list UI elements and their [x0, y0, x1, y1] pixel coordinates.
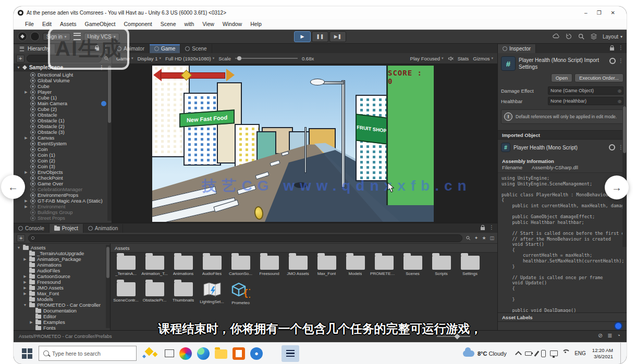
hierarchy-create-button[interactable]: +	[16, 55, 25, 62]
project-tree-item[interactable]: ▶JMO Assets	[14, 285, 110, 291]
hierarchy-item[interactable]: Coin (1)	[14, 152, 112, 158]
tray-expand-icon[interactable]	[515, 351, 522, 358]
inspector-scrollbar[interactable]	[622, 106, 627, 247]
favorite-search-icon[interactable]: ★	[482, 235, 486, 241]
expand-arrow-icon[interactable]: ▼	[23, 303, 27, 307]
project-tree-item[interactable]: Documentation	[14, 308, 110, 313]
tab-animation[interactable]: Animation	[83, 224, 123, 233]
project-tree-item[interactable]: AudioFiles	[14, 268, 110, 273]
project-asset-folder[interactable]: CartoonSo...	[226, 256, 255, 276]
project-asset-folder[interactable]: Freesound	[255, 256, 284, 276]
project-asset-folder[interactable]: Settings	[456, 256, 484, 276]
wifi-icon[interactable]	[562, 349, 570, 358]
project-kebab-icon[interactable]: ⋮	[489, 225, 494, 230]
project-tree-item[interactable]: ▶Freesound	[14, 279, 110, 285]
hierarchy-item[interactable]: Cube (1)	[14, 95, 112, 101]
hierarchy-item[interactable]: Buildings Group	[14, 209, 112, 215]
expand-arrow-icon[interactable]: ▶	[24, 136, 28, 140]
minimize-button[interactable]: –	[584, 10, 588, 16]
project-asset-folder[interactable]: ObstaclePr...	[140, 282, 169, 305]
layout-dropdown[interactable]: Layout	[603, 34, 622, 40]
active-unity-app-icon[interactable]	[282, 345, 299, 362]
project-asset-folder[interactable]: Scripts	[427, 256, 456, 276]
hierarchy-item[interactable]: CheckPoint	[14, 175, 112, 181]
hidden-packages-icon[interactable]: ◫	[490, 235, 494, 241]
weather-widget[interactable]: 8°C Cloudy	[463, 350, 507, 357]
pinwheel-app-icon[interactable]	[179, 347, 192, 360]
project-tree-item[interactable]: _TerrainAutoUpgrade	[14, 250, 110, 256]
expand-arrow-icon[interactable]: ▶	[23, 257, 27, 261]
menu-item-view[interactable]: View	[198, 21, 218, 27]
open-button[interactable]: Open	[551, 73, 572, 82]
cortana-sparkle-icon[interactable]	[142, 346, 160, 361]
start-button[interactable]	[21, 347, 33, 360]
cloud-icon[interactable]	[553, 33, 560, 40]
menu-item-window[interactable]: Window	[218, 21, 246, 27]
hierarchy-scrollbar[interactable]	[107, 65, 112, 221]
menu-item-gameobject[interactable]: GameObject	[81, 21, 120, 27]
phone-icon[interactable]	[541, 350, 546, 357]
menu-item-file[interactable]: File	[21, 21, 38, 27]
menu-item-scene[interactable]: Scene	[156, 21, 180, 27]
maximize-button[interactable]: ❐	[597, 10, 602, 16]
search-icon[interactable]	[578, 33, 585, 40]
hierarchy-item[interactable]: Street Props	[14, 215, 112, 221]
hierarchy-item[interactable]: ▶EnvObjects	[14, 169, 112, 175]
inspector-lock-icon[interactable]	[610, 47, 614, 51]
menu-item-with[interactable]: with	[180, 21, 199, 27]
expand-arrow-icon[interactable]: ▶	[23, 274, 27, 279]
language-indicator[interactable]: ENG	[574, 350, 586, 356]
hierarchy-item[interactable]: Cube	[14, 83, 112, 89]
blue-app-icon[interactable]: ☻	[250, 347, 263, 360]
menu-item-assets[interactable]: Assets	[56, 21, 81, 27]
header-kebab-icon[interactable]: ⋮	[618, 58, 623, 64]
layers-icon[interactable]	[590, 33, 597, 40]
project-asset-folder[interactable]: JMO Assets	[284, 256, 312, 276]
object-field[interactable]: None (Healthbar)	[548, 97, 623, 105]
project-tree-item[interactable]: Animations	[14, 262, 110, 268]
expand-arrow-icon[interactable]: ▶	[24, 205, 28, 209]
hierarchy-item[interactable]: Coin (3)	[14, 164, 112, 169]
project-asset-folder[interactable]: AudioFiles	[198, 256, 226, 276]
expand-arrow-icon[interactable]: ▶	[23, 280, 27, 284]
project-asset-folder[interactable]: Thumbnails	[169, 282, 198, 305]
account-avatar-icon[interactable]	[30, 32, 40, 41]
expand-arrow-icon[interactable]: ▶	[24, 170, 28, 174]
pause-button[interactable]: ❚❚	[312, 31, 328, 42]
step-button[interactable]: ▶❚	[329, 31, 346, 42]
orange-app-icon[interactable]	[233, 347, 245, 360]
hierarchy-item[interactable]: ▶Player	[14, 89, 112, 95]
expand-arrow-icon[interactable]: ▼	[17, 246, 21, 249]
battery-icon[interactable]	[525, 352, 532, 356]
hierarchy-item[interactable]: Game Over	[14, 181, 112, 186]
project-asset-folder[interactable]: Animations	[169, 256, 198, 276]
hierarchy-item[interactable]: Cube (2)	[14, 106, 112, 112]
hierarchy-item[interactable]: Coin	[14, 146, 112, 152]
project-asset-folder[interactable]: Scenes	[398, 256, 427, 276]
hierarchy-item[interactable]: Obstacle (2)	[14, 123, 112, 129]
project-asset-folder[interactable]: SceneContr...	[112, 282, 140, 305]
tab-scene[interactable]: Scene	[180, 44, 212, 53]
taskbar-search-box[interactable]: Type here to search	[39, 346, 137, 361]
menu-item-component[interactable]: Component	[119, 21, 156, 27]
tab-console[interactable]: Console	[14, 224, 50, 233]
close-button[interactable]: ✕	[611, 10, 615, 16]
edge-browser-icon[interactable]	[197, 347, 210, 360]
gizmos-dropdown[interactable]: Gizmos	[473, 56, 493, 61]
search-by-label-icon[interactable]: ✦	[474, 235, 479, 241]
project-tree-scrollbar[interactable]	[106, 245, 110, 328]
unity-hub-icon[interactable]	[18, 32, 27, 41]
file-explorer-icon[interactable]	[215, 349, 227, 359]
taskbar-clock[interactable]: 12:20 AM 3/6/2021	[592, 347, 613, 360]
project-tree-item[interactable]: ▼PROMETEO - Car Controller	[14, 302, 110, 308]
tab-project[interactable]: Project	[50, 224, 83, 233]
project-lock-icon[interactable]	[481, 227, 485, 230]
hierarchy-item[interactable]: EventSystem	[14, 141, 112, 146]
expand-arrow-icon[interactable]: ▶	[23, 292, 27, 296]
hierarchy-item[interactable]: Directional Light	[14, 72, 112, 78]
scale-slider[interactable]	[235, 58, 298, 59]
play-button[interactable]: ▶	[294, 31, 311, 42]
project-asset-folder[interactable]: PROMETEO ...	[370, 256, 398, 276]
project-asset-package[interactable]: {}Prometeo	[226, 282, 255, 305]
gear-icon[interactable]	[609, 58, 616, 64]
